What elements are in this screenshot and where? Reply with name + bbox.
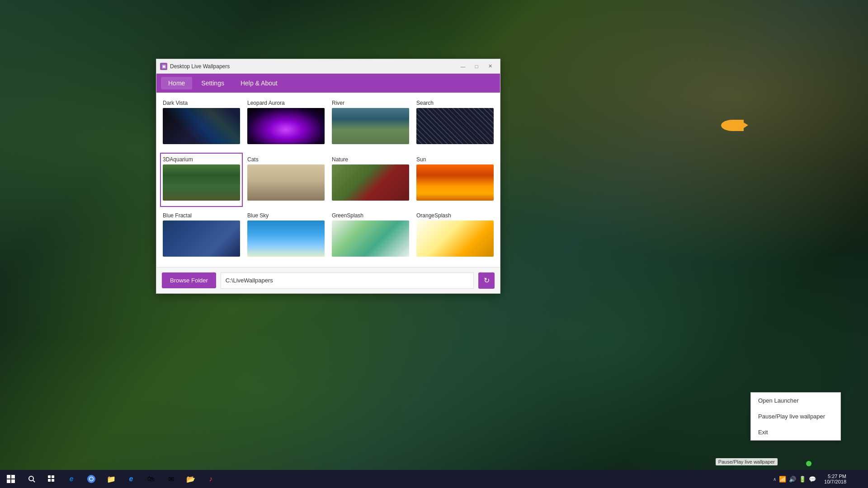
wallpaper-label-nature: Nature	[332, 155, 409, 164]
context-item-pause-play[interactable]: Pause/Play live wallpaper	[751, 408, 840, 424]
wallpaper-item-3daquarium[interactable]: 3DAquarium	[160, 153, 243, 207]
svg-rect-2	[7, 479, 10, 483]
wallpaper-thumb-greensplash	[332, 221, 409, 257]
wallpaper-thumb-cats	[247, 164, 325, 201]
title-bar: ▣ Desktop Live Wallpapers — □ ✕	[156, 59, 500, 74]
pause-play-floating-label: Pause/Play live wallpaper	[716, 458, 778, 465]
date-display: 10/7/2018	[824, 479, 846, 484]
start-button[interactable]	[0, 470, 22, 488]
tray-battery[interactable]: 🔋	[799, 476, 806, 483]
wallpaper-thumb-blue-fractal	[163, 221, 240, 257]
menu-item-help[interactable]: Help & About	[233, 77, 285, 89]
fish-tail	[739, 120, 748, 131]
wallpaper-label-sun: Sun	[416, 155, 494, 164]
context-item-exit[interactable]: Exit	[751, 424, 840, 440]
wallpaper-label-blue-fractal: Blue Fractal	[163, 211, 240, 221]
wallpaper-item-sun[interactable]: Sun	[414, 153, 496, 207]
wallpaper-thumb-river	[332, 108, 409, 144]
time-display: 5:27 PM	[828, 474, 846, 479]
svg-point-12	[90, 478, 93, 481]
context-menu: Open Launcher Pause/Play live wallpaper …	[750, 392, 841, 441]
taskbar-app-ie[interactable]: e	[121, 470, 141, 488]
app-icon: ▣	[160, 63, 167, 70]
wallpaper-item-blue-sky[interactable]: Blue Sky	[245, 209, 327, 263]
bottom-bar: Browse Folder C:\LiveWallpapers ↻	[156, 267, 500, 293]
wallpaper-label-cats: Cats	[247, 155, 325, 164]
menu-item-settings[interactable]: Settings	[194, 77, 231, 89]
wallpaper-item-river[interactable]: River	[329, 96, 412, 151]
taskbar-task-view-button[interactable]	[42, 470, 61, 488]
wallpaper-label-greensplash: GreenSplash	[332, 211, 409, 221]
maximize-button[interactable]: □	[470, 62, 483, 71]
tray-volume[interactable]: 🔊	[789, 476, 796, 483]
svg-rect-9	[52, 479, 54, 482]
svg-rect-1	[11, 475, 15, 479]
wallpaper-thumb-dark-vista	[163, 108, 240, 144]
taskbar-search-button[interactable]	[22, 470, 42, 488]
tray-chevron[interactable]: ∧	[773, 477, 776, 482]
wallpaper-label-leopard-aurora: Leopard Aurora	[247, 99, 325, 108]
taskbar-app-folder[interactable]: 📂	[181, 470, 201, 488]
svg-rect-6	[48, 475, 51, 478]
content-area: Dark Vista Leopard Aurora River Search 3…	[156, 93, 500, 293]
wallpaper-grid: Dark Vista Leopard Aurora River Search 3…	[156, 93, 500, 267]
wallpaper-label-dark-vista: Dark Vista	[163, 99, 240, 108]
context-item-open-launcher[interactable]: Open Launcher	[751, 393, 840, 408]
wallpaper-item-blue-fractal[interactable]: Blue Fractal	[160, 209, 243, 263]
svg-rect-0	[7, 475, 10, 479]
taskbar-app-mail[interactable]: ✉	[161, 470, 181, 488]
browse-folder-button[interactable]: Browse Folder	[162, 272, 216, 288]
taskbar-app-edge[interactable]: e	[61, 470, 81, 488]
svg-rect-3	[11, 479, 15, 483]
show-desktop-button[interactable]	[852, 470, 864, 488]
taskbar: e 📁 e 🛍 ✉ 📂 ♪ ∧ 📶 🔊 🔋 💬 5:27 PM 10/7/201…	[0, 470, 868, 488]
wallpaper-item-search[interactable]: Search	[414, 96, 496, 151]
wallpaper-item-nature[interactable]: Nature	[329, 153, 412, 207]
window-controls: — □ ✕	[457, 62, 496, 71]
taskbar-app-store[interactable]: 🛍	[141, 470, 161, 488]
close-button[interactable]: ✕	[484, 62, 496, 71]
tray-notification[interactable]: 💬	[809, 476, 816, 483]
wallpaper-thumb-orangesplash	[416, 221, 494, 257]
wallpaper-thumb-search	[416, 108, 494, 144]
wallpaper-thumb-blue-sky	[247, 221, 325, 257]
window-title: Desktop Live Wallpapers	[170, 63, 457, 70]
wallpaper-item-cats[interactable]: Cats	[245, 153, 327, 207]
menu-bar: Home Settings Help & About	[156, 74, 500, 93]
wallpaper-thumb-nature	[332, 164, 409, 201]
wallpaper-label-river: River	[332, 99, 409, 108]
wallpaper-item-greensplash[interactable]: GreenSplash	[329, 209, 412, 263]
svg-rect-8	[48, 479, 51, 482]
svg-point-4	[29, 476, 33, 481]
taskbar-app-chrome[interactable]	[81, 470, 101, 488]
folder-path-display: C:\LiveWallpapers	[221, 272, 474, 289]
wallpaper-item-orangesplash[interactable]: OrangeSplash	[414, 209, 496, 263]
wallpaper-item-leopard-aurora[interactable]: Leopard Aurora	[245, 96, 327, 151]
tray-network[interactable]: 📶	[779, 476, 786, 483]
wallpaper-item-dark-vista[interactable]: Dark Vista	[160, 96, 243, 151]
svg-rect-7	[52, 475, 54, 478]
wallpaper-label-3daquarium: 3DAquarium	[163, 155, 240, 164]
taskbar-app-itunes[interactable]: ♪	[201, 470, 221, 488]
svg-line-5	[33, 480, 35, 482]
wallpaper-thumb-leopard-aurora	[247, 108, 325, 144]
minimize-button[interactable]: —	[457, 62, 469, 71]
tray-active-indicator	[806, 461, 811, 466]
app-window: ▣ Desktop Live Wallpapers — □ ✕ Home Set…	[156, 59, 500, 294]
wallpaper-thumb-sun	[416, 164, 494, 201]
taskbar-system-icons: ∧ 📶 🔊 🔋 💬	[770, 476, 819, 483]
refresh-button[interactable]: ↻	[478, 272, 495, 289]
wallpaper-label-orangesplash: OrangeSplash	[416, 211, 494, 221]
taskbar-app-files[interactable]: 📁	[101, 470, 121, 488]
menu-item-home[interactable]: Home	[161, 77, 192, 89]
taskbar-clock[interactable]: 5:27 PM 10/7/2018	[821, 474, 850, 484]
taskbar-right-area: ∧ 📶 🔊 🔋 💬 5:27 PM 10/7/2018	[770, 470, 868, 488]
wallpaper-label-search: Search	[416, 99, 494, 108]
wallpaper-label-blue-sky: Blue Sky	[247, 211, 325, 221]
wallpaper-thumb-3daquarium	[163, 164, 240, 201]
